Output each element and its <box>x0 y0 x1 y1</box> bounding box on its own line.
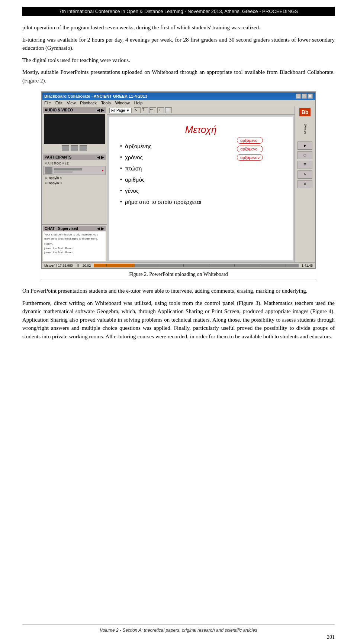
wb-item-4: • αριθμός <box>120 175 282 185</box>
tick-5 <box>209 264 209 267</box>
participants-label: PARTICIPANTS <box>45 155 71 159</box>
menu-help[interactable]: Help <box>134 101 143 105</box>
bullet-6: • <box>120 197 122 206</box>
right-btn-2[interactable]: ⬡ <box>298 151 312 159</box>
figure-2: Blackboard Collaborate - ANCIENT GREEK 1… <box>41 91 316 280</box>
toolbar-icons: ↖ T ✏ □ ⬜ <box>134 107 172 113</box>
participant-name-1 <box>54 168 100 173</box>
figure-caption: Figure 2. PowerPoint uploading on Whiteb… <box>41 269 316 280</box>
participants-controls[interactable]: ◀ ▶ <box>97 155 104 159</box>
total-time: 1:41:45 <box>302 264 313 267</box>
audio-btn-1[interactable] <box>62 145 69 151</box>
bullet-5: • <box>120 186 122 195</box>
right-btn-5[interactable]: ⊕ <box>298 180 312 188</box>
page-header: 7th International Conference in Open & D… <box>22 7 335 16</box>
paragraph-2: E-tutoring was available for 2 hours per… <box>22 36 335 52</box>
page-number: 201 <box>327 634 335 640</box>
chat-line-4: joined the Main Room. <box>44 250 104 254</box>
bullet-2: • <box>120 153 122 162</box>
right-btn-4[interactable]: ✎ <box>298 170 312 179</box>
bb-menu-bar: File Edit View Playback Tools Window Hel… <box>42 100 315 106</box>
maximize-button[interactable]: □ <box>302 94 307 99</box>
status-time-label: Μετοχή | 17:55.983 <box>44 264 73 267</box>
tick-4 <box>183 264 184 267</box>
participants-section: PARTICIPANTS ◀ ▶ MAIN ROOM (1) ● <box>42 153 107 224</box>
minimize-button[interactable]: _ <box>296 94 301 99</box>
bb-window-controls: _ □ ✕ <box>296 94 313 99</box>
footer-text: Volume 2 - Section A: theoretical papers… <box>100 628 257 633</box>
annotation-2: αρξόμενο <box>237 146 263 152</box>
bb-logo: Bb <box>299 108 311 116</box>
paragraph-1: pilot operation of the program lasted se… <box>22 23 335 32</box>
main-room-label: MAIN ROOM (1) <box>43 161 106 166</box>
bb-right-panel: Bb Μετοχή ▶ ⬡ ☰ ✎ ⊕ <box>295 106 315 262</box>
bb-content-area: AUDIO & VIDEO ◀ ▶ <box>42 106 315 262</box>
participant-appylo-1: ☺ appylo 0 <box>43 180 106 186</box>
whiteboard-title: Μετοχή <box>120 124 282 136</box>
whiteboard-area: Μετοχή αρξόμενο αρξόμενο αρξόμενον • ἀρξ… <box>109 116 293 261</box>
participant-item-1: ● <box>43 166 106 175</box>
participants-header: PARTICIPANTS ◀ ▶ <box>43 155 106 160</box>
right-label: Μετοχή <box>303 118 307 140</box>
audio-btn-3[interactable] <box>80 145 87 151</box>
bb-status-bar: Μετοχή | 17:55.983 ⏸ 20:02 <box>42 262 315 268</box>
tick-1 <box>106 264 107 267</box>
chat-messages: Your chat permission is off; however, yo… <box>43 231 106 261</box>
tool-text[interactable]: T <box>142 107 148 113</box>
tick-8 <box>286 264 286 267</box>
bb-left-panel: AUDIO & VIDEO ◀ ▶ <box>42 106 107 262</box>
tick-3 <box>158 264 158 267</box>
right-btn-1[interactable]: ▶ <box>298 142 312 150</box>
bb-window-title: Blackboard Collaborate - ANCIENT GREEK 1… <box>44 94 147 98</box>
video-display <box>44 114 105 144</box>
menu-tools[interactable]: Tools <box>101 101 111 105</box>
wb-annotations: αρξόμενο αρξόμενο αρξόμενον <box>237 137 263 161</box>
wb-text-1: ἀρξομένης <box>125 141 152 151</box>
wb-text-4: αριθμός <box>125 175 145 185</box>
menu-view[interactable]: View <box>67 101 76 105</box>
audio-video-section: AUDIO & VIDEO ◀ ▶ <box>42 106 107 153</box>
blackboard-window: Blackboard Collaborate - ANCIENT GREEK 1… <box>41 92 316 269</box>
bb-main-area: Fit Page ▼ ↖ T ✏ □ ⬜ Μετοχή <box>107 106 295 262</box>
audio-btn-2[interactable] <box>71 145 78 151</box>
paragraph-3: The digital tools used for teaching were… <box>22 56 335 65</box>
bullet-1: • <box>120 142 122 151</box>
play-btn[interactable]: ⏸ <box>76 263 80 267</box>
paragraph-4: Mostly, suitable PowerPoints presentatio… <box>22 68 335 85</box>
annotation-3: αρξόμενον <box>237 154 263 161</box>
bb-toolbar: Fit Page ▼ ↖ T ✏ □ ⬜ <box>107 106 295 115</box>
wb-text-5: γένος <box>125 186 139 196</box>
progress-bar[interactable] <box>94 264 299 267</box>
paragraph-6: Furthermore, direct writing on Whiteboar… <box>22 299 335 341</box>
participant-avatar-1 <box>45 167 52 174</box>
wb-item-6: • ρήμα από το οποίο προέρχεται <box>120 197 282 207</box>
chat-controls[interactable]: ◀ ▶ <box>97 227 104 231</box>
wb-text-2: χρόνος <box>125 152 143 162</box>
tool-shape[interactable]: □ <box>157 107 164 113</box>
tick-6 <box>234 264 235 267</box>
close-button[interactable]: ✕ <box>308 94 313 99</box>
menu-edit[interactable]: Edit <box>55 101 62 105</box>
chat-line-1: Your chat permission is off; however, yo… <box>44 232 104 241</box>
tool-arrow[interactable]: ↖ <box>134 107 141 113</box>
tick-2 <box>132 264 132 267</box>
wb-text-6: ρήμα από το οποίο προέρχεται <box>125 197 201 207</box>
tool-eraser[interactable]: ⬜ <box>165 107 172 113</box>
tool-pen[interactable]: ✏ <box>149 107 156 113</box>
menu-window[interactable]: Window <box>115 101 130 105</box>
right-btn-3[interactable]: ☰ <box>298 161 312 169</box>
zoom-dropdown[interactable]: Fit Page ▼ <box>109 108 132 113</box>
audio-video-controls[interactable]: ◀ ▶ <box>97 108 104 112</box>
menu-playback[interactable]: Playback <box>80 101 97 105</box>
wb-item-3: • πτώση <box>120 163 282 173</box>
bb-title-bar: Blackboard Collaborate - ANCIENT GREEK 1… <box>42 92 315 100</box>
chat-section: CHAT - Supervised ◀ ▶ Your chat permissi… <box>42 224 107 262</box>
menu-file[interactable]: File <box>44 101 51 105</box>
bullet-4: • <box>120 175 122 184</box>
audio-video-header: AUDIO & VIDEO ◀ ▶ <box>43 107 106 113</box>
participant-icon-1: ● <box>102 169 104 172</box>
annotation-1: αρξόμενο <box>237 137 263 144</box>
participant-appylo-0: ☺ appylo o <box>43 175 106 180</box>
wb-item-5: • γένος <box>120 186 282 196</box>
audio-video-label: AUDIO & VIDEO <box>45 108 73 112</box>
